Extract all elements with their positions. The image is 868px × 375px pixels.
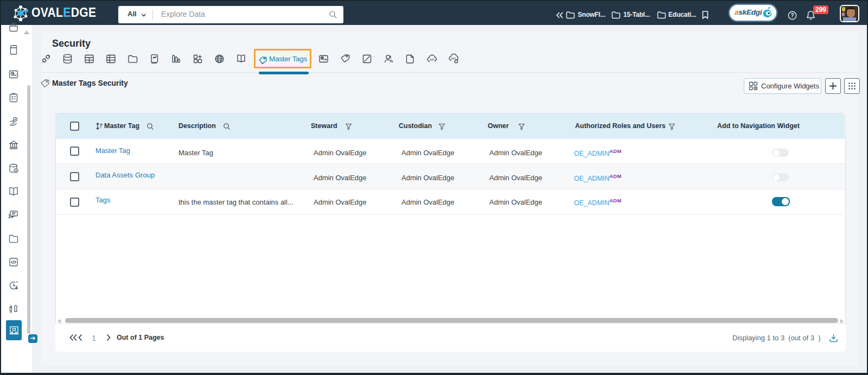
svg-text:API: API xyxy=(430,58,435,61)
svg-text:?: ? xyxy=(790,12,794,18)
